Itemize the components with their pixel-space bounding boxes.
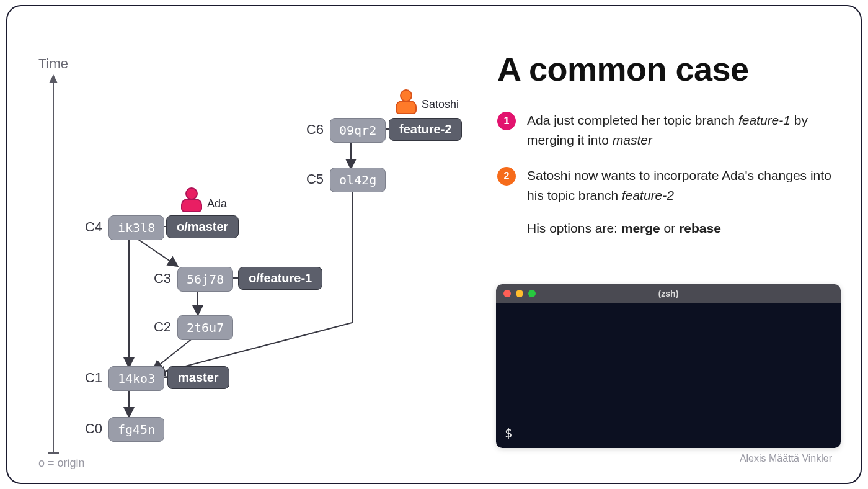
commit-c0: fg45n [108,417,164,442]
git-diagram: Time o = origin [7,6,479,485]
options-text: His options are: merge or rebase [527,221,844,236]
commit-c4: ik3l8 [108,215,164,240]
branch-feature-2: feature-2 [389,118,462,141]
diagram-edges [7,6,479,485]
avatar-ada-label: Ada [207,197,227,210]
step-1: 1 Ada just completed her topic branch fe… [497,110,844,150]
slide-frame: Time o = origin [6,5,862,484]
commit-label-c2: C2 [146,319,171,335]
branch-master: master [167,366,229,389]
commit-c2: 2t6u7 [177,315,233,340]
time-axis [53,76,54,453]
time-axis-label: Time [38,56,68,72]
branch-o-feature-1: o/feature-1 [238,267,322,290]
commit-c6: 09qr2 [330,118,386,143]
terminal-prompt: $ [505,426,512,441]
step-1-text: Ada just completed her topic branch feat… [527,110,844,150]
avatar-ada [181,187,202,212]
slide-title: A common case [497,50,844,88]
commit-label-c4: C4 [78,219,102,235]
terminal-titlebar: (zsh) [496,284,841,303]
commit-c1: 14ko3 [108,366,164,391]
terminal-window: (zsh) $ [496,284,841,448]
step-1-badge: 1 [497,112,516,130]
commit-label-c3: C3 [146,271,171,287]
step-2-text: Satoshi now wants to incorporate Ada's c… [527,166,844,205]
step-2-badge: 2 [497,167,516,186]
legend-origin: o = origin [38,457,85,470]
avatar-satoshi-label: Satoshi [422,98,459,111]
commit-label-c0: C0 [78,421,102,437]
commit-label-c1: C1 [78,370,102,386]
commit-c5: ol42g [330,168,386,192]
commit-c3: 56j78 [177,267,233,292]
terminal-body[interactable]: $ [496,303,841,448]
avatar-satoshi [396,89,417,114]
commit-label-c5: C5 [299,171,324,187]
author-credit: Alexis Määttä Vinkler [740,453,832,464]
explanation-panel: A common case 1 Ada just completed her t… [497,50,844,258]
terminal-title: (zsh) [496,289,841,298]
branch-o-master: o/master [166,215,239,238]
commit-label-c6: C6 [299,122,324,138]
step-2: 2 Satoshi now wants to incorporate Ada's… [497,166,844,205]
